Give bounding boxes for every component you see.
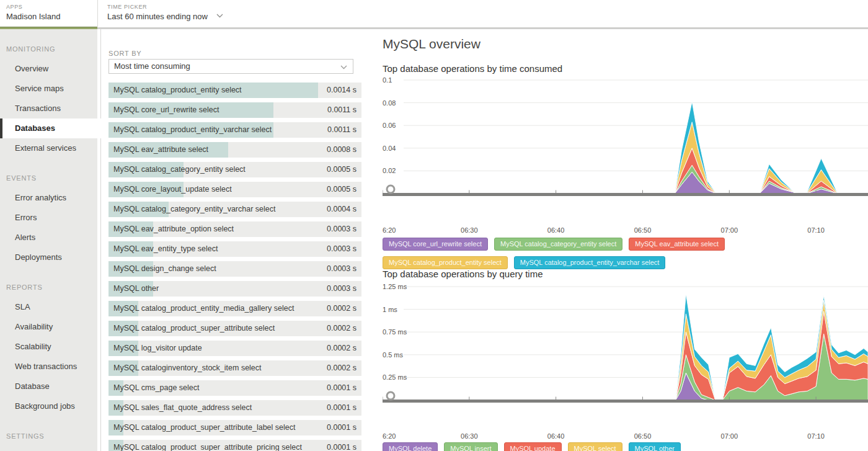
operation-row[interactable]: MySQL catalog_product_entity select0.001… [108,83,361,98]
sidebar-item-errors[interactable]: Errors [0,208,97,228]
operation-row[interactable]: MySQL sales_flat_quote_address select0.0… [108,400,361,416]
operation-row[interactable]: MySQL catalog_product_entity_varchar sel… [108,122,361,138]
x-axis-tick-label: 6:20 [383,432,396,440]
top-header: APPS Madison Island TIME PICKER Last 60 … [0,0,868,27]
sidebar-item-overview[interactable]: Overview [0,59,97,79]
legend-pill[interactable]: MySQL catalog_category_entity select [494,238,622,251]
x-axis-tick-label: 07:00 [721,432,738,440]
operation-row[interactable]: MySQL core_layout_update select0.0005 s [108,182,361,197]
operation-label: MySQL catalog_product_super_attribute_pr… [113,440,302,451]
operation-label: MySQL eav_entity_type select [113,241,218,257]
sidebar-item-sla[interactable]: SLA [0,297,97,317]
operation-row[interactable]: MySQL eav_entity_type select0.0003 s [108,241,361,257]
sidebar-item-background-jobs[interactable]: Background jobs [0,396,97,416]
sidebar-item-scalability[interactable]: Scalability [0,337,97,357]
svg-text:0.08: 0.08 [383,99,396,107]
sidebar-section-events: EVENTS [0,168,97,188]
operation-row[interactable]: MySQL design_change select0.0003 s [108,261,361,277]
sidebar-nav: MONITORINGOverviewService mapsTransactio… [0,29,97,451]
svg-text:0.02: 0.02 [383,167,396,174]
legend-pill[interactable]: MySQL eav_attribute select [629,238,725,251]
operation-row[interactable]: MySQL catalog_category_entity_varchar se… [108,202,361,217]
operation-row[interactable]: MySQL core_url_rewrite select0.0011 s [108,102,361,118]
time-picker[interactable]: TIME PICKER Last 60 minutes ending now [107,4,223,21]
operation-label: MySQL core_url_rewrite select [113,102,219,118]
operation-row[interactable]: MySQL catalog_product_entity_media_galle… [108,301,361,316]
sidebar-item-databases[interactable]: Databases [0,118,103,138]
page-title: MySQL overview [383,37,480,51]
main-panel: MySQL overview Top database operations b… [383,29,868,451]
chart2-x-axis-labels: 6:2006:3006:4006:5007:0007:10 [383,432,868,441]
app-name: Madison Island [6,12,60,21]
sidebar-item-deployments[interactable]: Deployments [0,248,97,267]
operation-value: 0.0003 s [327,241,356,257]
sidebar-item-availability[interactable]: Availability [0,317,97,337]
operation-label: MySQL eav_attribute select [113,142,208,158]
zero-drag-handle[interactable] [387,185,394,193]
operation-value: 0.0001 s [327,380,356,396]
sidebar-item-transactions[interactable]: Transactions [0,99,97,118]
sidebar-item-alerts[interactable]: Alerts [0,228,97,248]
svg-text:0.06: 0.06 [383,122,396,129]
sidebar-item-database[interactable]: Database [0,377,97,396]
sort-by-selected-value: Most time consuming [114,61,190,71]
operation-row[interactable]: MySQL catalog_product_super_attribute_pr… [108,440,361,451]
legend-pill[interactable]: MySQL update [504,442,562,451]
operation-value: 0.0005 s [327,162,356,177]
legend-pill[interactable]: MySQL core_url_rewrite select [383,238,488,251]
operation-value: 0.0002 s [327,360,356,376]
operation-value: 0.0003 s [327,281,356,297]
time-picker-value: Last 60 minutes ending now [107,12,208,21]
operation-value: 0.0005 s [327,182,356,197]
sidebar-item-web-transactions[interactable]: Web transactions [0,357,97,377]
operation-label: MySQL catalog_product_entity select [113,83,242,98]
app-switcher[interactable]: APPS Madison Island [6,4,60,21]
operation-row[interactable]: MySQL catalog_product_super_attribute se… [108,321,361,336]
legend-pill[interactable]: MySQL catalog_product_entity select [383,256,508,269]
time-picker-label: TIME PICKER [107,4,223,10]
chevron-down-icon [216,14,223,18]
apps-label: APPS [6,4,60,10]
chart1-x-axis-labels: 6:2006:3006:4006:5007:0007:10 [383,226,868,235]
sidebar-item-external-services[interactable]: External services [0,138,97,158]
sidebar-section-monitoring: MONITORING [0,39,97,59]
zero-drag-handle[interactable] [387,392,394,400]
header-divider [97,0,98,27]
operation-value: 0.0001 s [327,420,356,435]
sidebar-item-error-analytics[interactable]: Error analytics [0,188,97,208]
operation-row[interactable]: MySQL catalog_product_super_attribute_la… [108,420,361,435]
operation-value: 0.0003 s [327,261,356,277]
operation-label: MySQL catalog_product_entity_media_galle… [113,301,294,316]
legend-pill[interactable]: MySQL insert [444,442,497,451]
svg-text:0.75 ms: 0.75 ms [383,328,407,336]
x-axis-tick-label: 06:40 [547,226,565,234]
legend-pill[interactable]: MySQL select [568,442,622,451]
sort-by-dropdown[interactable]: Most time consuming [108,59,353,74]
operation-label: MySQL log_visitor update [113,341,202,356]
operation-row[interactable]: MySQL eav_attribute_option select0.0003 … [108,221,361,237]
sidebar-item-service-maps[interactable]: Service maps [0,79,97,99]
x-axis-tick-label: 6:20 [383,226,396,234]
x-axis-tick-label: 07:00 [721,226,738,234]
x-axis-tick-label: 06:50 [634,432,652,440]
operation-row[interactable]: MySQL log_visitor update0.0002 s [108,341,361,356]
operation-label: MySQL cms_page select [113,380,199,396]
operation-label: MySQL design_change select [113,261,216,277]
operation-label: MySQL catalog_product_super_attribute_la… [113,420,295,435]
chart2-legend: MySQL deleteMySQL insertMySQL updateMySQ… [383,442,817,451]
operation-value: 0.0004 s [327,202,356,217]
x-axis-tick-label: 06:40 [547,432,565,440]
operation-value: 0.0002 s [327,301,356,316]
sidebar-section-reports: REPORTS [0,277,97,297]
operation-row[interactable]: MySQL other0.0003 s [108,281,361,297]
operation-row[interactable]: MySQL cms_page select0.0001 s [108,380,361,396]
operation-row[interactable]: MySQL eav_attribute select0.0008 s [108,142,361,158]
legend-pill[interactable]: MySQL other [629,442,681,451]
x-axis-tick-label: 06:50 [634,226,652,234]
operation-row[interactable]: MySQL cataloginventory_stock_item select… [108,360,361,376]
legend-pill[interactable]: MySQL catalog_product_entity_varchar sel… [514,256,666,269]
legend-pill[interactable]: MySQL delete [383,442,438,451]
operation-row[interactable]: MySQL catalog_category_entity select0.00… [108,162,361,177]
operation-value: 0.0014 s [327,83,356,98]
operation-label: MySQL other [113,281,159,297]
